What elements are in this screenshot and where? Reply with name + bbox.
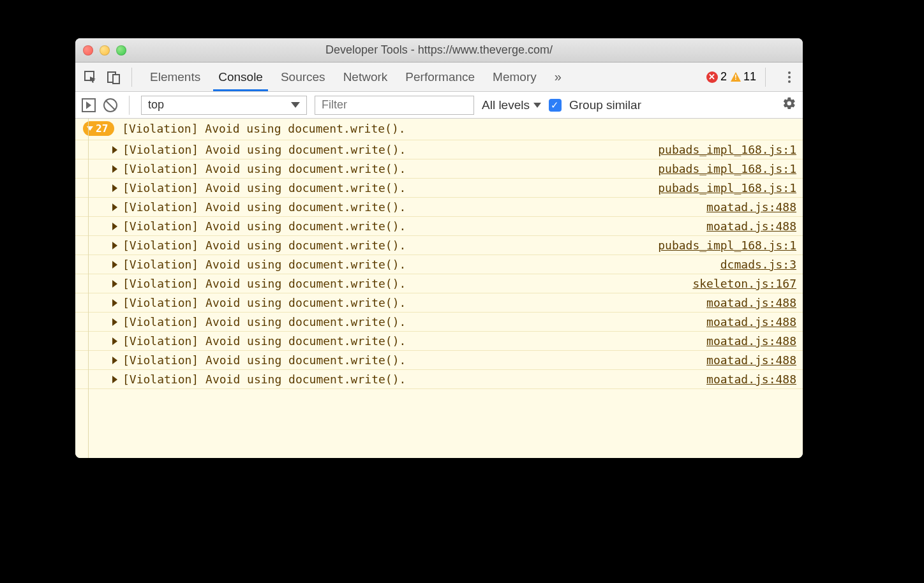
console-log-row[interactable]: [Violation] Avoid using document.write()… xyxy=(75,332,803,351)
log-message: [Violation] Avoid using document.write()… xyxy=(123,239,406,252)
group-message: [Violation] Avoid using document.write()… xyxy=(122,122,405,135)
device-toolbar-icon[interactable] xyxy=(105,68,123,86)
toolbar-separator xyxy=(131,68,132,87)
console-log-row[interactable]: [Violation] Avoid using document.write()… xyxy=(75,370,803,389)
log-source-link[interactable]: moatad.js:488 xyxy=(706,315,796,328)
console-log-row[interactable]: [Violation] Avoid using document.write()… xyxy=(75,274,803,293)
disclosure-triangle-icon[interactable] xyxy=(112,318,117,326)
error-count-value: 2 xyxy=(720,70,727,84)
log-levels-selector[interactable]: All levels xyxy=(482,98,541,112)
console-log-row[interactable]: [Violation] Avoid using document.write()… xyxy=(75,159,803,179)
disclosure-triangle-icon[interactable] xyxy=(112,146,117,154)
devtools-toolbar: ElementsConsoleSourcesNetworkPerformance… xyxy=(75,63,803,92)
disclosure-triangle-icon[interactable] xyxy=(112,261,117,269)
traffic-lights xyxy=(83,45,126,55)
log-message: [Violation] Avoid using document.write()… xyxy=(123,334,406,348)
log-message: [Violation] Avoid using document.write()… xyxy=(123,373,406,386)
log-source-link[interactable]: skeleton.js:167 xyxy=(692,277,796,290)
log-message: [Violation] Avoid using document.write()… xyxy=(123,296,406,309)
close-window-button[interactable] xyxy=(83,45,93,55)
minimize-window-button[interactable] xyxy=(100,45,110,55)
log-message: [Violation] Avoid using document.write()… xyxy=(123,181,406,195)
log-message: [Violation] Avoid using document.write()… xyxy=(123,258,406,271)
execution-context-selector[interactable]: top xyxy=(141,96,307,115)
console-log-row[interactable]: [Violation] Avoid using document.write()… xyxy=(75,351,803,370)
disclosure-triangle-icon[interactable] xyxy=(112,223,117,230)
tab-performance[interactable]: Performance xyxy=(396,63,484,91)
log-message: [Violation] Avoid using document.write()… xyxy=(123,353,406,367)
log-source-link[interactable]: moatad.js:488 xyxy=(706,373,796,386)
more-tabs-button[interactable]: » xyxy=(551,70,565,84)
devtools-tabs: ElementsConsoleSourcesNetworkPerformance… xyxy=(141,63,546,91)
log-message: [Violation] Avoid using document.write()… xyxy=(123,315,406,328)
console-log-row[interactable]: [Violation] Avoid using document.write()… xyxy=(75,255,803,274)
disclosure-triangle-icon[interactable] xyxy=(112,165,117,173)
svg-rect-2 xyxy=(113,75,119,84)
group-similar-checkbox[interactable]: ✓ xyxy=(549,99,562,112)
console-log-row[interactable]: [Violation] Avoid using document.write()… xyxy=(75,217,803,236)
console-log-row[interactable]: [Violation] Avoid using document.write()… xyxy=(75,313,803,332)
log-source-link[interactable]: pubads_impl_168.js:1 xyxy=(658,181,796,195)
console-subbar: top All levels ✓ Group similar xyxy=(75,92,803,119)
toolbar-separator xyxy=(765,68,766,87)
log-source-link[interactable]: pubads_impl_168.js:1 xyxy=(658,143,796,156)
log-source-link[interactable]: moatad.js:488 xyxy=(706,219,796,233)
disclosure-triangle-icon[interactable] xyxy=(112,337,117,345)
status-counts: ✕ 2 11 xyxy=(706,70,756,84)
log-source-link[interactable]: moatad.js:488 xyxy=(706,296,796,309)
console-settings-icon[interactable] xyxy=(782,96,796,114)
disclosure-triangle-icon[interactable] xyxy=(112,280,117,288)
group-count-value: 27 xyxy=(96,122,108,135)
disclosure-triangle-icon[interactable] xyxy=(112,376,117,383)
chevron-down-icon xyxy=(291,102,300,108)
window-title: Developer Tools - https://www.theverge.c… xyxy=(75,43,803,57)
log-source-link[interactable]: moatad.js:488 xyxy=(706,353,796,367)
console-log-row[interactable]: [Violation] Avoid using document.write()… xyxy=(75,293,803,313)
log-levels-label: All levels xyxy=(482,98,530,112)
chevron-down-icon xyxy=(533,103,541,108)
log-source-link[interactable]: dcmads.js:3 xyxy=(720,258,796,271)
log-message: [Violation] Avoid using document.write()… xyxy=(123,143,406,156)
tab-sources[interactable]: Sources xyxy=(272,63,334,91)
execution-context-value: top xyxy=(148,98,164,112)
group-similar-label[interactable]: Group similar xyxy=(569,98,641,112)
tab-elements[interactable]: Elements xyxy=(141,63,209,91)
devtools-window: Developer Tools - https://www.theverge.c… xyxy=(75,38,803,458)
console-log-row[interactable]: [Violation] Avoid using document.write()… xyxy=(75,198,803,217)
tab-memory[interactable]: Memory xyxy=(484,63,546,91)
console-group-header[interactable]: 27 [Violation] Avoid using document.writ… xyxy=(75,119,803,140)
warning-count-value: 11 xyxy=(743,70,756,84)
disclosure-triangle-icon[interactable] xyxy=(112,242,117,249)
disclosure-triangle-icon[interactable] xyxy=(112,299,117,307)
disclosure-triangle-icon[interactable] xyxy=(112,203,117,211)
log-source-link[interactable]: pubads_impl_168.js:1 xyxy=(658,239,796,252)
error-icon: ✕ xyxy=(706,71,718,83)
subbar-separator xyxy=(129,96,130,115)
console-execution-icon[interactable] xyxy=(82,98,96,112)
clear-console-icon[interactable] xyxy=(103,98,117,112)
inspect-element-icon[interactable] xyxy=(82,68,100,86)
console-log-row[interactable]: [Violation] Avoid using document.write()… xyxy=(75,140,803,159)
disclosure-triangle-icon[interactable] xyxy=(112,184,117,192)
console-filter-input[interactable] xyxy=(315,96,474,115)
log-message: [Violation] Avoid using document.write()… xyxy=(123,162,406,175)
console-gutter xyxy=(88,119,89,458)
error-count[interactable]: ✕ 2 xyxy=(706,70,727,84)
warning-icon xyxy=(731,72,741,82)
zoom-window-button[interactable] xyxy=(116,45,126,55)
titlebar: Developer Tools - https://www.theverge.c… xyxy=(75,38,803,63)
log-source-link[interactable]: pubads_impl_168.js:1 xyxy=(658,162,796,175)
devtools-menu-button[interactable] xyxy=(782,71,796,83)
log-source-link[interactable]: moatad.js:488 xyxy=(706,200,796,214)
warning-count[interactable]: 11 xyxy=(731,70,756,84)
console-log-row[interactable]: [Violation] Avoid using document.write()… xyxy=(75,236,803,255)
log-source-link[interactable]: moatad.js:488 xyxy=(706,334,796,348)
tab-console[interactable]: Console xyxy=(209,63,272,91)
console-log-area: 27 [Violation] Avoid using document.writ… xyxy=(75,119,803,458)
log-message: [Violation] Avoid using document.write()… xyxy=(123,200,406,214)
log-message: [Violation] Avoid using document.write()… xyxy=(123,277,406,290)
tab-network[interactable]: Network xyxy=(334,63,397,91)
console-log-row[interactable]: [Violation] Avoid using document.write()… xyxy=(75,179,803,198)
disclosure-triangle-icon[interactable] xyxy=(112,357,117,364)
log-message: [Violation] Avoid using document.write()… xyxy=(123,219,406,233)
